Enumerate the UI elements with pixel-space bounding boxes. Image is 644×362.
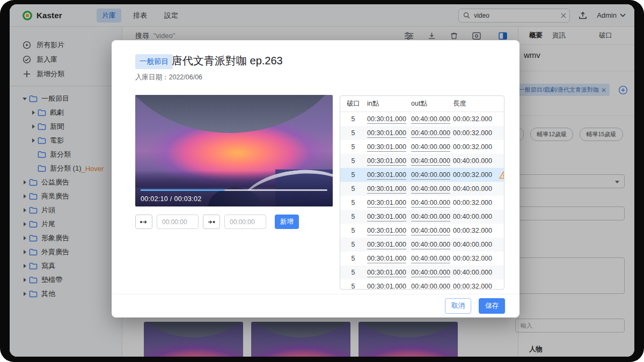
table-row[interactable]: 5 00:30:01.000 00:40:00.000 00:00:32.000 — [340, 126, 504, 140]
intake-date: 入庫日期：2022/06/06 — [135, 73, 202, 82]
col-in: in點 — [367, 99, 411, 108]
cell-gap: 5 — [347, 241, 367, 248]
cell-in-point[interactable]: 00:30:01.000 — [367, 115, 411, 123]
cell-gap: 5 — [347, 199, 367, 206]
cell-length: 00:00:32.000 — [453, 115, 499, 123]
cell-in-point[interactable]: 00:30:01.000 — [367, 185, 411, 193]
cell-length: 00:40:00.000 — [453, 157, 499, 165]
cell-in-point[interactable]: 00:30:01.000 — [367, 241, 411, 248]
cell-length: 00:00:32.000 — [453, 143, 499, 151]
table-row[interactable]: 5 00:30:01.000 00:40:00.000 00:00:32.000 — [340, 168, 504, 182]
cell-length: 00:00:32.000 — [453, 227, 499, 234]
cell-length: 00:00:32.000 — [453, 199, 499, 206]
cell-in-point[interactable]: 00:30:01.000 — [367, 171, 411, 179]
table-row[interactable]: 5 00:30:01.000 00:40:00.000 00:40:00.000 — [340, 182, 504, 196]
modal-title: 唐代文青派對咖 ep.263 — [172, 54, 283, 68]
mark-out-button[interactable] — [203, 215, 220, 229]
cell-out-point[interactable]: 00:40:00.000 — [411, 227, 453, 234]
add-breakpoint-button[interactable]: 新增 — [275, 215, 299, 229]
table-body: 5 00:30:01.000 00:40:00.000 00:00:32.000… — [340, 112, 504, 290]
table-row[interactable]: 5 00:30:01.000 00:40:00.000 00:40:00.000 — [340, 265, 504, 279]
cell-out-point[interactable]: 00:40:00.000 — [411, 143, 453, 151]
category-badge: 一般節目 — [135, 54, 173, 69]
col-out: out點 — [411, 99, 453, 108]
cell-out-point[interactable]: 00:40:00.000 — [411, 199, 453, 206]
cell-out-point[interactable]: 00:40:00.000 — [411, 241, 453, 248]
out-point-input[interactable] — [224, 215, 266, 229]
cell-gap: 5 — [347, 283, 367, 290]
table-row[interactable]: 5 00:30:01.000 00:40:00.000 00:00:32.000 — [340, 224, 504, 238]
edit-breakpoints-modal: 一般節目 唐代文青派對咖 ep.263 入庫日期：2022/06/06 00:0… — [112, 40, 519, 317]
in-point-input[interactable] — [157, 215, 199, 229]
cancel-button[interactable]: 取消 — [445, 298, 471, 314]
cell-out-point[interactable]: 00:40:00.000 — [411, 129, 453, 137]
cell-length: 00:00:32.000 — [453, 129, 499, 137]
cell-gap: 5 — [347, 213, 367, 220]
cell-in-point[interactable]: 00:30:01.000 — [367, 255, 411, 262]
cell-in-point[interactable]: 00:30:01.000 — [367, 143, 411, 151]
app-window: Kaster 片庫排表設定 Admin — [10, 4, 634, 357]
cell-gap: 5 — [347, 185, 367, 193]
in-out-controls: 新增 — [135, 215, 299, 229]
cell-in-point[interactable]: 00:30:01.000 — [367, 227, 411, 234]
device-frame: Kaster 片庫排表設定 Admin — [0, 0, 644, 362]
table-row[interactable]: 5 00:30:01.000 00:40:00.000 00:40:00.000 — [340, 154, 504, 168]
breakpoints-table: 破口 in點 out點 長度 5 00:30:01.000 00:40:00.0… — [340, 95, 504, 290]
col-length: 長度 — [453, 99, 499, 108]
progress-fill — [141, 189, 225, 191]
playback-time: 00:02:10 / 00:03:02 — [141, 195, 201, 203]
cell-in-point[interactable]: 00:30:01.000 — [367, 129, 411, 137]
cell-out-point[interactable]: 00:40:00.000 — [411, 157, 453, 165]
cell-out-point[interactable]: 00:40:00.000 — [411, 213, 453, 220]
cell-out-point[interactable]: 00:40:00.000 — [411, 255, 453, 262]
cell-length: 00:00:32.000 — [453, 255, 499, 262]
cell-gap: 5 — [347, 115, 367, 123]
progress-bar[interactable] — [141, 189, 327, 191]
cell-gap: 5 — [347, 143, 367, 151]
video-player[interactable]: 00:02:10 / 00:03:02 — [135, 95, 333, 206]
cell-in-point[interactable]: 00:30:01.000 — [367, 283, 411, 290]
cell-in-point[interactable]: 00:30:01.000 — [367, 199, 411, 206]
in-point-icon — [140, 219, 148, 225]
cell-gap: 5 — [347, 157, 367, 165]
cell-length: 00:00:32.000 — [453, 171, 499, 179]
mark-in-button[interactable] — [135, 215, 152, 229]
cell-gap: 5 — [347, 129, 367, 137]
cell-gap: 5 — [347, 269, 367, 276]
col-gap: 破口 — [347, 99, 367, 108]
table-row[interactable]: 5 00:30:01.000 00:40:00.000 00:00:32.000 — [340, 196, 504, 210]
cell-gap: 5 — [347, 255, 367, 262]
table-header: 破口 in點 out點 長度 — [340, 96, 504, 112]
cell-out-point[interactable]: 00:40:00.000 — [411, 283, 453, 290]
table-row[interactable]: 5 00:30:01.000 00:40:00.000 00:00:32.000 — [340, 279, 504, 290]
cell-length: 00:40:00.000 — [453, 185, 499, 193]
cell-out-point[interactable]: 00:40:00.000 — [411, 115, 453, 123]
cell-length: 00:40:00.000 — [453, 269, 499, 276]
table-row[interactable]: 5 00:30:01.000 00:40:00.000 00:40:00.000 — [340, 238, 504, 252]
cell-out-point[interactable]: 00:40:00.000 — [411, 171, 453, 179]
cell-gap: 5 — [347, 171, 367, 179]
table-row[interactable]: 5 00:30:01.000 00:40:00.000 00:00:32.000 — [340, 140, 504, 154]
table-row[interactable]: 5 00:30:01.000 00:40:00.000 00:00:32.000 — [340, 252, 504, 265]
out-point-icon — [207, 219, 216, 225]
table-row[interactable]: 5 00:30:01.000 00:40:00.000 00:40:00.000 — [340, 210, 504, 224]
cell-length: 00:00:32.000 — [453, 283, 499, 290]
table-row[interactable]: 5 00:30:01.000 00:40:00.000 00:00:32.000 — [340, 112, 504, 126]
cell-length: 00:40:00.000 — [453, 213, 499, 220]
cell-out-point[interactable]: 00:40:00.000 — [411, 185, 453, 193]
cell-out-point[interactable]: 00:40:00.000 — [411, 269, 453, 276]
save-button[interactable]: 儲存 — [479, 298, 505, 314]
cell-in-point[interactable]: 00:30:01.000 — [367, 269, 411, 276]
cell-length: 00:40:00.000 — [453, 241, 499, 248]
cell-in-point[interactable]: 00:30:01.000 — [367, 213, 411, 220]
cell-in-point[interactable]: 00:30:01.000 — [367, 157, 411, 165]
warning-icon — [499, 171, 504, 179]
modal-footer: 取消 儲存 — [112, 294, 519, 317]
cell-gap: 5 — [347, 227, 367, 234]
